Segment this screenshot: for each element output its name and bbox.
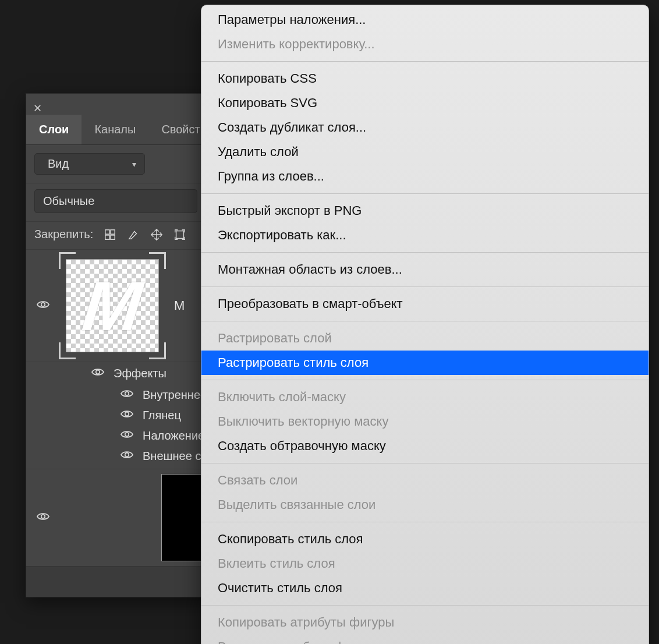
svg-point-11 — [125, 433, 129, 436]
lock-position-icon[interactable] — [150, 228, 163, 241]
menu-item: Копировать атрибуты фигуры — [201, 610, 649, 635]
menu-item[interactable]: Создать обтравочную маску — [201, 434, 649, 458]
tab-channels[interactable]: Каналы — [82, 115, 148, 144]
menu-item: Растрировать слой — [201, 326, 649, 351]
menu-item[interactable]: Экспортировать как... — [201, 223, 649, 247]
menu-item[interactable]: Монтажная область из слоев... — [201, 257, 649, 282]
blend-mode-select[interactable]: Обычные — [34, 189, 197, 213]
menu-separator — [201, 380, 649, 380]
lock-label: Закрепить: — [34, 228, 93, 241]
menu-item[interactable]: Параметры наложения... — [201, 8, 649, 32]
layer-name[interactable]: M — [174, 298, 185, 313]
visibility-icon[interactable] — [119, 409, 134, 422]
effects-header-label: Эффекты — [114, 367, 166, 380]
menu-item: Связать слои — [201, 468, 649, 493]
menu-separator — [201, 252, 649, 253]
effect-label: Глянец — [143, 409, 181, 422]
menu-item: Изменить корректировку... — [201, 32, 649, 56]
menu-item[interactable]: Очистить стиль слоя — [201, 576, 649, 600]
menu-separator — [201, 522, 649, 522]
visibility-icon[interactable] — [119, 429, 134, 443]
filter-kind-label: Вид — [48, 157, 69, 171]
layer-thumbnail[interactable]: M — [62, 256, 162, 356]
svg-rect-2 — [105, 229, 109, 233]
blend-mode-label: Обычные — [43, 194, 94, 207]
menu-separator — [201, 605, 649, 606]
visibility-icon[interactable] — [36, 511, 51, 525]
lock-artboard-icon[interactable] — [173, 228, 186, 241]
menu-item: Включить слой-маску — [201, 385, 649, 409]
tab-layers[interactable]: Слои — [26, 115, 82, 144]
menu-item[interactable]: Создать дубликат слоя... — [201, 115, 649, 140]
lock-pixels-icon[interactable] — [127, 228, 140, 241]
svg-point-9 — [125, 392, 129, 395]
menu-separator — [201, 463, 649, 463]
filter-kind-select[interactable]: Вид ▾ — [34, 153, 145, 175]
svg-rect-6 — [176, 231, 184, 238]
menu-item[interactable]: Удалить слой — [201, 140, 649, 164]
close-icon[interactable]: ✕ — [33, 102, 42, 115]
menu-item: Выделить связанные слои — [201, 493, 649, 517]
menu-item[interactable]: Быстрый экспорт в PNG — [201, 199, 649, 223]
menu-item[interactable]: Скопировать стиль слоя — [201, 527, 649, 551]
svg-point-10 — [125, 412, 129, 416]
menu-item[interactable]: Преобразовать в смарт-объект — [201, 292, 649, 316]
svg-point-12 — [125, 453, 129, 457]
lock-transparency-icon[interactable] — [104, 228, 116, 241]
visibility-icon[interactable] — [119, 388, 134, 402]
menu-item: Выключить векторную маску — [201, 409, 649, 434]
svg-rect-3 — [111, 229, 115, 233]
svg-point-8 — [96, 370, 100, 374]
menu-item[interactable]: Растрировать стиль слоя — [201, 351, 649, 375]
visibility-icon[interactable] — [119, 450, 134, 463]
svg-rect-5 — [111, 235, 115, 239]
menu-separator — [201, 61, 649, 62]
menu-separator — [201, 321, 649, 321]
menu-item[interactable]: Копировать SVG — [201, 91, 649, 115]
menu-item: Вклеить стиль слоя — [201, 551, 649, 576]
menu-item[interactable]: Группа из слоев... — [201, 164, 649, 189]
menu-separator — [201, 286, 649, 287]
layer-context-menu: Параметры наложения...Изменить корректир… — [201, 5, 649, 644]
svg-point-7 — [41, 302, 45, 306]
svg-rect-4 — [105, 235, 109, 239]
menu-separator — [201, 193, 649, 194]
visibility-icon[interactable] — [90, 367, 105, 380]
chevron-down-icon: ▾ — [132, 160, 136, 169]
svg-point-13 — [41, 514, 45, 518]
menu-item[interactable]: Копировать CSS — [201, 66, 649, 91]
menu-item: Вставить атрибуты фигуры — [201, 635, 649, 644]
visibility-icon[interactable] — [36, 299, 51, 313]
